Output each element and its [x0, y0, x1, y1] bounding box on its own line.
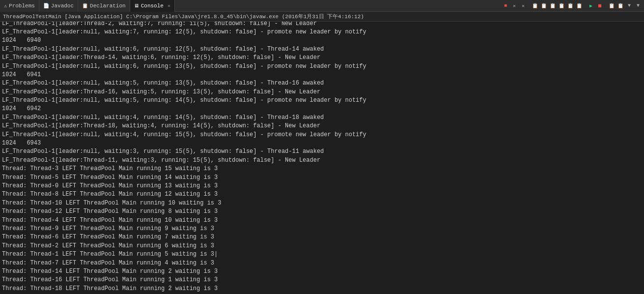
console-line: LF_ThreadPool-1[leader:null, waiting:3, … — [2, 147, 642, 156]
javadoc-icon: 📄 — [43, 3, 49, 9]
console-line: LF_ThreadPool-1[leader:Thread-16, waitin… — [2, 88, 642, 96]
console-line: 1024 6941 — [2, 71, 642, 79]
tab-console-label: Console — [141, 3, 164, 9]
console-line: Thread: Thread-12 LEFT ThreadPool Main r… — [2, 207, 642, 216]
console-line: Thread: Thread-16 LEFT ThreadPool Main r… — [2, 276, 642, 284]
tab-declaration[interactable]: 📋 Declaration — [78, 0, 130, 12]
toolbar-btn-2[interactable]: 📋 — [540, 2, 548, 10]
toolbar-btn-4[interactable]: 📋 — [558, 2, 565, 10]
toolbar-btn-8[interactable]: 📋 — [616, 2, 624, 10]
tab-javadoc-label: Javadoc — [51, 3, 74, 9]
problems-icon: ⚠ — [4, 3, 7, 9]
console-line: Thread: Thread-18 LEFT ThreadPool Main r… — [2, 285, 642, 293]
tab-bar: ⚠ Problems 📄 Javadoc 📋 Declaration 🖥 Con… — [0, 0, 644, 12]
console-line: LF_ThreadPool-1[leader:Thread-11, waitin… — [2, 156, 642, 165]
toolbar-btn-7[interactable]: 📋 — [608, 2, 616, 10]
tab-console[interactable]: 🖥 Console ✕ — [130, 0, 175, 12]
console-line: LF_ThreadPool-1[leader:null, waiting:6, … — [2, 62, 642, 71]
console-line: Thread: Thread-9 LEFT ThreadPool Main ru… — [2, 225, 642, 233]
console-line: Thread: Thread-2 LEFT ThreadPool Main ru… — [2, 242, 642, 250]
console-line: LF_ThreadPool-1[leader:null, waiting:5, … — [2, 96, 642, 105]
console-line: Thread: Thread-5 LEFT ThreadPool Main ru… — [2, 174, 642, 182]
toolbar-btn-6[interactable]: 📋 — [575, 2, 583, 10]
toolbar-btn-close1[interactable]: ✕ — [510, 2, 518, 10]
console-line: LF_ThreadPool-1[leader:null, waiting:5, … — [2, 79, 642, 88]
console-line: LF_ThreadPool-1[leader:null, waiting:4, … — [2, 131, 642, 139]
console-line: LF_ThreadPool-1[leader:Thread-18, waitin… — [2, 122, 642, 130]
console-line: Thread: Thread-14 LEFT ThreadPool Main r… — [2, 267, 642, 276]
toolbar-btn-close2[interactable]: ✕ — [519, 2, 527, 10]
toolbar-dropdown2[interactable]: ▼ — [634, 2, 642, 10]
tab-problems-label: Problems — [9, 3, 35, 9]
console-line: Thread: Thread-7 LEFT ThreadPool Main ru… — [2, 259, 642, 267]
toolbar-btn-run[interactable]: ▶ — [587, 2, 595, 10]
console-icon: 🖥 — [134, 3, 139, 9]
console-line: LF_ThreadPool-1[leader:null, waiting:7, … — [2, 28, 642, 36]
console-line: 1024 6943 — [2, 139, 642, 147]
console-line: Thread: Thread-8 LEFT ThreadPool Main ru… — [2, 190, 642, 199]
toolbar-btn-stop[interactable]: ⏹ — [596, 2, 604, 10]
toolbar-btn-1[interactable]: 📋 — [531, 2, 539, 10]
console-line: Thread: Thread-10 LEFT ThreadPool Main r… — [2, 199, 642, 207]
toolbar-btn-stop-red[interactable]: ■ — [502, 2, 509, 10]
console-line: 1024 6940 — [2, 36, 642, 45]
tab-declaration-label: Declaration — [90, 3, 126, 9]
console-line: 1024 6942 — [2, 105, 642, 113]
console-line: LF_ThreadPool-1[leader:null, waiting:4, … — [2, 114, 642, 122]
console-close-button[interactable]: ✕ — [168, 3, 170, 9]
console-line: LF_ThreadPool-1[leader:Thread-14, waitin… — [2, 54, 642, 62]
toolbar-btn-5[interactable]: 📋 — [566, 2, 574, 10]
tab-problems[interactable]: ⚠ Problems — [0, 0, 39, 12]
console-title-bar: ThreadPoolTestMain [Java Application] C:… — [0, 12, 644, 22]
console-line: LF_ThreadPool-1[leader:Thread-2, waiting… — [2, 22, 642, 28]
console-line: Thread: Thread-0 LEFT ThreadPool Main ru… — [2, 182, 642, 190]
console-line: LF_ThreadPool-1[leader:null, waiting:6, … — [2, 45, 642, 54]
console-output[interactable]: LF_ThreadPool-1[leader:Thread-7, waiting… — [0, 22, 644, 294]
toolbar-btn-3[interactable]: 📋 — [549, 2, 557, 10]
tab-javadoc[interactable]: 📄 Javadoc — [39, 0, 78, 12]
console-line: Thread: Thread-4 LEFT ThreadPool Main ru… — [2, 216, 642, 225]
console-title: ThreadPoolTestMain [Java Application] C:… — [3, 13, 364, 20]
declaration-icon: 📋 — [82, 3, 88, 9]
console-line: Thread: Thread-3 LEFT ThreadPool Main ru… — [2, 165, 642, 173]
console-line: Thread: Thread-1 LEFT ThreadPool Main ru… — [2, 250, 642, 259]
console-line: Thread: Thread-6 LEFT ThreadPool Main ru… — [2, 233, 642, 241]
toolbar-right: ■ ✕ ✕ 📋 📋 📋 📋 📋 📋 ▶ ⏹ 📋 📋 ▼ ▼ — [502, 2, 644, 10]
toolbar-dropdown1[interactable]: ▼ — [625, 2, 633, 10]
